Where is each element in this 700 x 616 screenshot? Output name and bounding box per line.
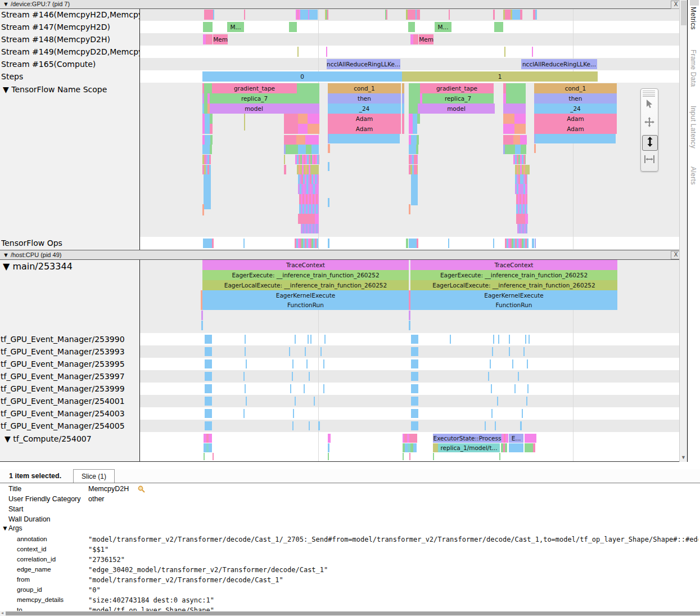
trace-slice[interactable]: [209, 434, 212, 443]
trace-slice[interactable]: [525, 214, 528, 224]
trace-slice[interactable]: [327, 10, 328, 20]
trace-slice[interactable]: [411, 135, 417, 145]
trace-slice[interactable]: M...: [227, 22, 244, 32]
trace-slice[interactable]: [411, 372, 418, 381]
trace-slice[interactable]: [417, 114, 420, 124]
pan-tool-button[interactable]: [642, 116, 657, 131]
trace-slice[interactable]: [213, 453, 214, 460]
trace-slice[interactable]: [326, 47, 327, 57]
trace-slice[interactable]: [402, 93, 404, 104]
trace-slice[interactable]: [411, 421, 418, 430]
trace-slice[interactable]: [411, 397, 418, 406]
trace-slice[interactable]: [290, 384, 291, 393]
trace-slice[interactable]: [323, 384, 324, 393]
trace-slice[interactable]: [328, 144, 330, 153]
trace-slice[interactable]: EagerLocalExecute: __inference_train_fun…: [202, 280, 409, 290]
trace-slice[interactable]: [490, 359, 491, 368]
trace-slice[interactable]: [402, 83, 404, 93]
trace-slice[interactable]: gradient_tape: [212, 83, 297, 93]
trace-slice[interactable]: [526, 165, 530, 174]
trace-slice[interactable]: [495, 421, 496, 430]
trace-slice[interactable]: [295, 155, 319, 164]
trace-slice[interactable]: [210, 145, 212, 154]
trace-slice[interactable]: [512, 359, 513, 368]
trace-slice[interactable]: [518, 372, 519, 381]
trace-slice[interactable]: [309, 372, 310, 381]
trace-slice[interactable]: [297, 165, 312, 174]
trace-slice[interactable]: [403, 453, 404, 460]
trace-slice[interactable]: [503, 124, 514, 134]
trace-slice[interactable]: then: [328, 93, 401, 104]
tab-slice[interactable]: Slice (1): [73, 469, 115, 483]
trace-slice[interactable]: [520, 421, 522, 430]
timing-tool-button[interactable]: [642, 153, 657, 168]
trace-slice[interactable]: Adam: [534, 114, 617, 124]
args-header[interactable]: ▼Args: [2, 524, 22, 532]
trace-slice[interactable]: model: [210, 104, 298, 114]
trace-slice[interactable]: [503, 114, 514, 124]
trace-slice[interactable]: [516, 194, 527, 204]
trace-slice[interactable]: EagerKernelExecute: [410, 290, 617, 300]
trace-slice[interactable]: [205, 359, 212, 368]
trace-slice[interactable]: [409, 165, 418, 174]
trace-slice[interactable]: [286, 145, 298, 154]
trace-slice[interactable]: ExecutorState::Process: [433, 434, 502, 443]
trace-slice[interactable]: [213, 10, 214, 20]
trace-slice[interactable]: [201, 321, 203, 330]
trace-slice[interactable]: [295, 239, 318, 248]
horizontal-scrollbar-thumb[interactable]: [6, 611, 700, 615]
trace-slice[interactable]: [408, 10, 416, 20]
trace-slice[interactable]: [203, 22, 213, 32]
trace-slice[interactable]: [533, 443, 535, 452]
trace-slice[interactable]: [433, 453, 434, 460]
trace-slice[interactable]: [205, 421, 212, 430]
trace-slice[interactable]: EagerExecute: __inference_train_function…: [410, 270, 617, 280]
trace-slice[interactable]: [304, 384, 305, 393]
trace-slice[interactable]: [246, 397, 247, 406]
trace-slice[interactable]: Mem: [213, 34, 228, 44]
trace-slice[interactable]: [504, 47, 505, 57]
trace-slice[interactable]: [493, 335, 494, 344]
trace-slice[interactable]: [509, 347, 510, 356]
trace-slice[interactable]: [297, 93, 319, 104]
trace-slice[interactable]: [450, 335, 451, 344]
trace-slice[interactable]: [207, 93, 210, 104]
trace-slice[interactable]: [298, 104, 319, 114]
trace-slice[interactable]: [298, 145, 306, 154]
trace-slice[interactable]: [204, 10, 213, 20]
trace-slice[interactable]: [515, 174, 527, 184]
trace-slice[interactable]: [314, 397, 315, 406]
trace-slice[interactable]: [292, 359, 293, 368]
trace-slice[interactable]: [300, 10, 308, 20]
trace-slice[interactable]: [535, 10, 537, 20]
trace-slice[interactable]: then: [534, 93, 617, 104]
trace-slice[interactable]: _24: [534, 104, 617, 114]
trace-slice[interactable]: E...: [509, 434, 523, 443]
trace-slice[interactable]: Mem: [419, 34, 433, 44]
trace-slice[interactable]: [205, 397, 212, 406]
trace-slice[interactable]: [409, 453, 410, 460]
trace-slice[interactable]: [406, 239, 408, 248]
trace-slice[interactable]: [202, 155, 211, 164]
trace-slice[interactable]: 1: [402, 71, 598, 82]
trace-slice[interactable]: [505, 10, 511, 20]
trace-slice[interactable]: EagerKernelExecute: [202, 290, 409, 300]
palette-drag-handle[interactable]: [643, 91, 655, 97]
trace-slice[interactable]: [298, 114, 308, 124]
trace-slice[interactable]: [289, 22, 297, 32]
trace-slice[interactable]: [323, 359, 324, 368]
trace-slice[interactable]: [209, 443, 212, 452]
trace-slice[interactable]: [514, 114, 526, 124]
trace-slice[interactable]: [299, 194, 319, 204]
trace-slice[interactable]: [315, 214, 319, 224]
trace-slice[interactable]: [534, 144, 536, 153]
trace-slice[interactable]: ncclAllReduceRingLLKe...: [521, 59, 597, 69]
trace-slice[interactable]: [210, 114, 213, 124]
track-label[interactable]: ▼ tf_Compute/254007: [4, 434, 92, 443]
trace-slice[interactable]: [284, 114, 298, 124]
trace-slice[interactable]: [413, 114, 417, 124]
trace-slice[interactable]: [324, 335, 326, 344]
trace-slice[interactable]: [328, 434, 331, 443]
trace-slice[interactable]: [514, 124, 526, 134]
trace-slice[interactable]: [205, 114, 210, 124]
